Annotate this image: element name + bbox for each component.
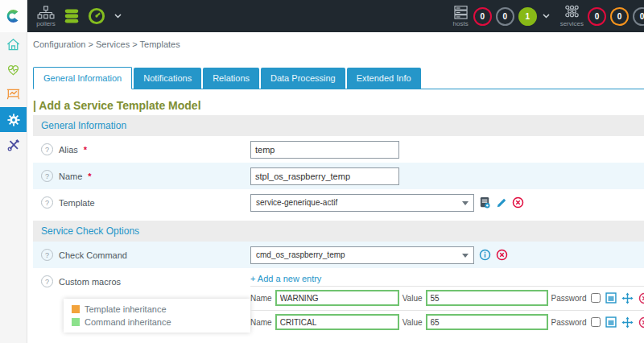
hosts-label: hosts [453, 21, 469, 27]
macro-value-label: Value [402, 318, 423, 327]
hosts-chevron-down-icon[interactable] [543, 14, 550, 19]
macro-description-button[interactable] [605, 316, 617, 328]
macro-value-input[interactable] [426, 314, 548, 330]
centreon-logo[interactable] [0, 0, 27, 32]
move-icon [621, 316, 634, 329]
status-badges-group: hosts 0 0 1 services 0 0 0 [452, 5, 644, 27]
breadcrumb-services[interactable]: Services [96, 39, 130, 49]
section-service-check-options: Service Check Options [33, 221, 644, 242]
sidebar-item-configuration[interactable] [0, 107, 27, 132]
centreon-c-icon [6, 8, 22, 24]
tab-general-information[interactable]: General Information [33, 67, 132, 89]
macro-name-input[interactable] [275, 314, 399, 330]
command-info-button[interactable] [479, 249, 491, 261]
pollers-menu[interactable]: pollers [36, 6, 56, 27]
sidebar-item-administration[interactable] [0, 132, 27, 157]
services-unknown-badge[interactable]: 0 [633, 7, 644, 26]
macro-password-checkbox[interactable] [591, 317, 601, 327]
home-icon [6, 37, 21, 52]
help-icon[interactable]: ? [41, 170, 53, 182]
breadcrumb-separator: > [89, 39, 93, 49]
macro-delete-button[interactable] [638, 316, 644, 329]
check-command-row: ? Check Command cmd_os_raspberry_temp [33, 242, 644, 268]
move-icon [621, 292, 634, 304]
macro-password-label: Password [551, 294, 587, 303]
main-content: Configuration > Services > Templates Gen… [27, 32, 644, 343]
help-icon[interactable]: ? [41, 249, 53, 261]
check-command-select[interactable]: cmd_os_raspberry_temp [250, 246, 474, 264]
section-general-information: General Information [33, 115, 644, 136]
custom-macros-label: Custom macros [59, 277, 121, 287]
macro-move-button[interactable] [621, 316, 634, 329]
macro-password-checkbox[interactable] [591, 293, 601, 303]
hosts-up-badge[interactable]: 1 [518, 7, 537, 26]
services-menu[interactable]: services [560, 5, 584, 27]
tab-notifications[interactable]: Notifications [134, 68, 201, 89]
macro-row-warning: Name Value Password [250, 286, 644, 310]
help-icon[interactable]: ? [41, 196, 53, 209]
macro-name-input[interactable] [275, 290, 399, 306]
sidebar-item-monitoring[interactable] [0, 57, 27, 82]
hosts-unreachable-badge[interactable]: 0 [496, 7, 514, 26]
page-title: | Add a Service Template Model [33, 99, 644, 113]
services-critical-badge[interactable]: 0 [588, 7, 606, 26]
command-inheritance-label: Command inheritance [85, 317, 171, 327]
hosts-down-badge[interactable]: 0 [473, 7, 492, 26]
template-label: Template [59, 198, 95, 208]
pollers-icon [36, 6, 56, 19]
macro-move-button[interactable] [621, 292, 634, 304]
macro-description-button[interactable] [605, 292, 617, 304]
template-inheritance-swatch [72, 305, 80, 313]
alias-input[interactable] [250, 141, 399, 159]
pollers-group: pollers [36, 6, 123, 27]
macro-name-label: Name [250, 294, 272, 303]
macro-delete-button[interactable] [638, 292, 644, 304]
chart-board-icon [6, 87, 21, 102]
breadcrumb: Configuration > Services > Templates [27, 32, 644, 50]
pollers-chevron-down-icon[interactable] [114, 14, 122, 19]
pencil-icon [496, 197, 507, 209]
info-icon [479, 249, 491, 261]
macro-inheritance-legend: Template inheritance Command inheritance [64, 299, 250, 333]
tab-extended-info[interactable]: Extended Info [347, 68, 421, 89]
help-icon[interactable]: ? [41, 275, 53, 287]
services-warning-badge[interactable]: 0 [610, 7, 629, 26]
description-icon [605, 292, 617, 304]
macro-value-input[interactable] [426, 290, 548, 306]
template-row: ? Template service-generique-actif [33, 189, 644, 216]
macro-name-label: Name [250, 318, 272, 327]
description-icon [605, 316, 617, 328]
breadcrumb-configuration[interactable]: Configuration [33, 39, 85, 49]
template-inheritance-label: Template inheritance [85, 304, 167, 314]
circle-x-icon [638, 316, 644, 329]
add-new-entry-link[interactable]: + Add a new entry [250, 274, 321, 283]
tab-relations[interactable]: Relations [203, 68, 259, 89]
template-selected-value: service-generique-actif [256, 198, 337, 207]
sidebar-item-reporting[interactable] [0, 82, 27, 107]
template-select[interactable]: service-generique-actif [250, 194, 474, 212]
name-input[interactable] [250, 167, 399, 185]
database-poller-icon[interactable] [63, 7, 80, 25]
tab-data-processing[interactable]: Data Processing [261, 68, 345, 89]
circle-x-icon [638, 292, 644, 304]
pollers-label: pollers [36, 21, 56, 27]
macro-row-critical: Name Value Password [250, 310, 644, 334]
check-command-selected-value: cmd_os_raspberry_temp [256, 250, 345, 259]
heart-pulse-icon [6, 62, 21, 77]
check-command-label: Check Command [59, 250, 127, 260]
help-icon[interactable]: ? [41, 143, 53, 155]
service-template-form: General Information ? Alias * ? Name * [33, 115, 644, 343]
services-label: services [560, 21, 584, 27]
clear-template-button[interactable] [512, 196, 524, 209]
edit-template-button[interactable] [496, 197, 507, 209]
breadcrumb-templates[interactable]: Templates [140, 39, 180, 49]
hosts-icon [452, 6, 469, 19]
hosts-menu[interactable]: hosts [452, 6, 469, 27]
clear-command-button[interactable] [496, 249, 508, 261]
name-label: Name [59, 172, 82, 181]
sidebar-item-home[interactable] [0, 32, 27, 57]
view-template-button[interactable] [479, 196, 491, 209]
gauge-poller-icon[interactable] [88, 7, 105, 25]
services-icon [564, 5, 580, 19]
tab-bar: General Information Notifications Relati… [33, 67, 644, 89]
